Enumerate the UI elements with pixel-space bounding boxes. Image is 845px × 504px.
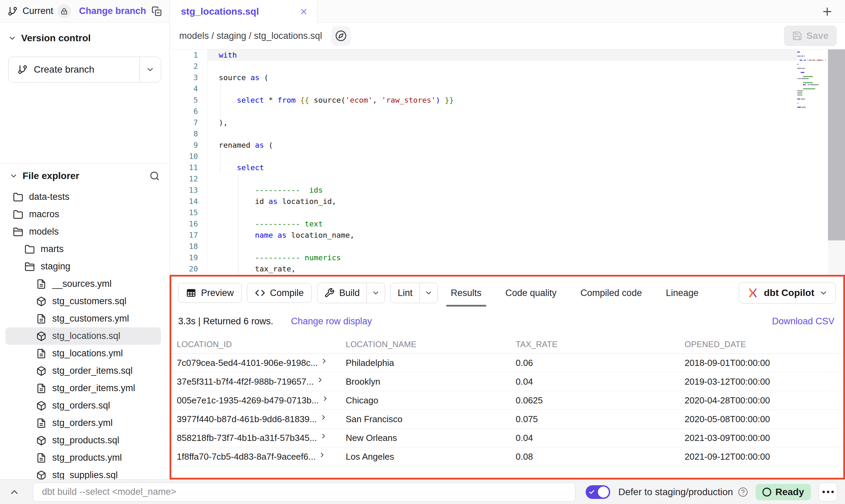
code-line[interactable]: 2 xyxy=(170,61,797,72)
cell-tax-rate: 0.04 xyxy=(510,433,679,443)
expand-row-icon[interactable] xyxy=(320,414,327,421)
code-line[interactable]: 19 ---------- numerics xyxy=(170,252,797,263)
expand-row-icon[interactable] xyxy=(318,451,326,459)
close-tab-icon[interactable] xyxy=(299,7,308,16)
results-table: LOCATION_IDLOCATION_NAMETAX_RATEOPENED_D… xyxy=(171,336,843,466)
cell-location-id: 3977f440-b87d-461b-9dd6-81839... xyxy=(177,414,317,425)
search-icon[interactable] xyxy=(149,171,160,181)
new-tab-button[interactable] xyxy=(820,4,835,19)
tree-item-staging[interactable]: staging xyxy=(5,258,161,275)
panel-tab-lineage[interactable]: Lineage xyxy=(664,284,700,302)
tree-item-macros[interactable]: macros xyxy=(5,206,161,223)
tree-item-stg-products-sql[interactable]: stg_products.sql xyxy=(5,432,161,449)
code-line[interactable]: 16 ---------- text xyxy=(170,218,797,229)
document-icon xyxy=(36,383,46,394)
code-line[interactable]: 10 xyxy=(170,151,797,162)
table-row[interactable]: 858218fb-73f7-4b1b-a31f-57b345...New Orl… xyxy=(171,429,843,447)
download-csv-link[interactable]: Download CSV xyxy=(772,316,834,327)
lint-button[interactable]: Lint xyxy=(391,283,419,303)
build-dropdown[interactable] xyxy=(367,283,385,303)
tab-stg-locations-sql[interactable]: stg_locations.sql xyxy=(170,0,317,23)
lineage-compass-button[interactable] xyxy=(331,26,351,46)
preview-button[interactable]: Preview xyxy=(178,283,242,303)
tree-item-stg-orders-sql[interactable]: stg_orders.sql xyxy=(5,397,161,414)
status-badge-ready[interactable]: Ready xyxy=(756,484,811,500)
minimap[interactable] xyxy=(797,51,826,109)
expand-row-icon[interactable] xyxy=(320,358,328,365)
tree-item-marts[interactable]: marts xyxy=(5,240,161,258)
line-number: 19 xyxy=(170,252,207,263)
code-line[interactable]: 12 xyxy=(170,173,797,184)
code-line[interactable]: 18 xyxy=(170,241,797,252)
dbt-command-input[interactable] xyxy=(33,483,575,502)
code-editor[interactable]: 1with23source as (45 select * from {{ so… xyxy=(170,49,845,275)
table-row[interactable]: 1f8ffa70-7cb5-4d83-8a7f-9aceef6...Los An… xyxy=(171,447,843,466)
copy-icon[interactable] xyxy=(152,6,162,16)
tree-item-data-tests[interactable]: data-tests xyxy=(5,188,161,206)
code-line[interactable]: 13 ---------- ids xyxy=(170,184,797,196)
tree-item--sources-yml[interactable]: __sources.yml xyxy=(5,275,161,293)
code-line[interactable]: 11 select xyxy=(170,162,797,173)
chevron-up-icon[interactable] xyxy=(9,487,20,498)
save-button[interactable]: Save xyxy=(784,26,837,46)
file-tree: data-testsmacrosmodelsmartsstaging__sour… xyxy=(0,186,169,479)
help-circle-icon[interactable] xyxy=(738,487,748,497)
code-line[interactable]: 8 xyxy=(170,128,797,139)
code-line[interactable]: 3source as ( xyxy=(170,72,797,83)
version-control-header[interactable]: Version control xyxy=(8,33,161,44)
tree-item-stg-orders-yml[interactable]: stg_orders.yml xyxy=(5,414,161,432)
code-line[interactable]: 4 xyxy=(170,83,797,94)
dbt-copilot-button[interactable]: dbt Copilot xyxy=(739,282,836,304)
folder-open-icon xyxy=(13,227,23,237)
code-line[interactable]: 15 xyxy=(170,207,797,218)
defer-toggle[interactable] xyxy=(586,485,610,499)
tree-item-models[interactable]: models xyxy=(5,223,161,240)
code-line[interactable]: 17 name as location_name, xyxy=(170,229,797,241)
tree-item-stg-customers-sql[interactable]: stg_customers.sql xyxy=(5,293,161,310)
table-row[interactable]: 7c079cea-5ed4-4101-906e-9198c...Philadel… xyxy=(171,354,843,372)
panel-tab-compiled-code[interactable]: Compiled code xyxy=(579,284,643,302)
panel-tab-results[interactable]: Results xyxy=(449,284,483,302)
create-branch-dropdown[interactable] xyxy=(139,57,161,82)
tree-item-stg-order-items-sql[interactable]: stg_order_items.sql xyxy=(5,362,161,380)
compile-button[interactable]: Compile xyxy=(247,283,312,303)
code-line-content xyxy=(207,151,797,162)
tree-item-stg-locations-sql[interactable]: stg_locations.sql xyxy=(5,327,161,345)
code-line[interactable]: 7), xyxy=(170,117,797,128)
code-line[interactable]: 9renamed as ( xyxy=(170,139,797,151)
tree-item-stg-products-yml[interactable]: stg_products.yml xyxy=(5,449,161,466)
expand-row-icon[interactable] xyxy=(320,433,327,440)
code-line[interactable]: 1with xyxy=(170,49,797,61)
table-row[interactable]: 37e5f311-b7f4-4f2f-988b-719657...Brookly… xyxy=(171,372,843,391)
code-line[interactable]: 14 id as location_id, xyxy=(170,196,797,207)
line-number: 7 xyxy=(170,117,207,128)
build-button[interactable]: Build xyxy=(317,283,367,303)
panel-tab-code-quality[interactable]: Code quality xyxy=(504,284,558,302)
expand-row-icon[interactable] xyxy=(321,395,329,403)
tree-item-stg-locations-yml[interactable]: stg_locations.yml xyxy=(5,345,161,362)
table-row[interactable]: 005e7e1c-1935-4269-b479-0713b...Chicago0… xyxy=(171,391,843,410)
more-options-button[interactable] xyxy=(818,483,837,502)
cell-location-name: Brooklyn xyxy=(340,376,510,387)
code-line[interactable]: 6 xyxy=(170,106,797,117)
expand-row-icon[interactable] xyxy=(316,376,324,384)
tree-item-stg-order-items-yml[interactable]: stg_order_items.yml xyxy=(5,380,161,397)
file-explorer-header[interactable]: File explorer xyxy=(0,171,169,186)
tree-item-stg-customers-yml[interactable]: stg_customers.yml xyxy=(5,310,161,327)
cell-location-name: Chicago xyxy=(340,395,510,406)
create-branch-button[interactable]: Create branch xyxy=(8,57,161,83)
document-icon xyxy=(36,349,46,359)
code-line[interactable]: 5 select * from {{ source('ecom', 'raw_s… xyxy=(170,94,797,106)
change-row-display-link[interactable]: Change row display xyxy=(291,316,372,327)
lint-dropdown[interactable] xyxy=(419,283,438,303)
model-cube-icon xyxy=(36,296,46,307)
scrollbar-thumb[interactable] xyxy=(828,49,845,240)
editor-scrollbar[interactable] xyxy=(828,49,845,275)
code-line[interactable]: 20 tax_rate, xyxy=(170,263,797,275)
table-row[interactable]: 3977f440-b87d-461b-9dd6-81839...San Fran… xyxy=(171,410,843,429)
tree-item-label: stg_locations.yml xyxy=(52,348,123,359)
change-branch-link[interactable]: Change branch xyxy=(79,6,146,16)
create-branch-main[interactable]: Create branch xyxy=(9,57,139,82)
tab-bar: stg_locations.sql xyxy=(170,0,845,23)
tree-item-stg-supplies-sql[interactable]: stg_supplies.sql xyxy=(5,466,161,479)
